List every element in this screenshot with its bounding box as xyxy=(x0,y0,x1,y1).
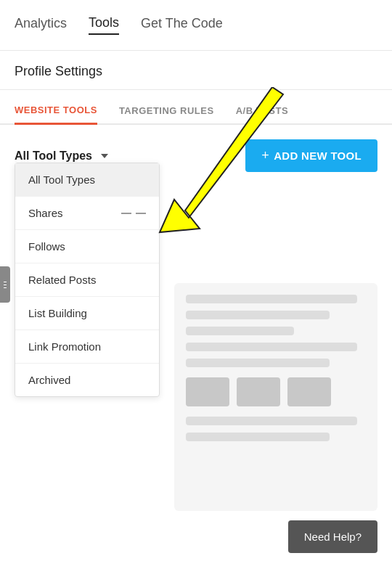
chevron-down-icon xyxy=(101,154,108,158)
tool-controls: All Tool Types + ADD NEW TOOL All Tool T… xyxy=(0,125,392,172)
dropdown-item-link-promotion[interactable]: Link Promotion xyxy=(15,330,159,364)
tool-type-dropdown: All Tool Types Shares Follows Related Po… xyxy=(15,163,160,397)
placeholder-line xyxy=(186,417,357,425)
profile-settings-row: Profile Settings xyxy=(0,51,392,90)
handle-line xyxy=(4,287,7,288)
handle-line xyxy=(4,284,7,285)
need-help-button[interactable]: Need Help? xyxy=(288,520,377,553)
tab-ab-tests[interactable]: A/B TESTS xyxy=(236,105,288,123)
sub-tabs: WEBSITE TOOLS TARGETING RULES A/B TESTS xyxy=(0,105,392,125)
dropdown-item-archived[interactable]: Archived xyxy=(15,364,159,396)
tool-type-label: All Tool Types xyxy=(15,150,92,163)
placeholder-line xyxy=(186,327,294,335)
side-handle[interactable] xyxy=(0,266,10,303)
dropdown-item-list-building[interactable]: List Building xyxy=(15,297,159,330)
nav-analytics[interactable]: Analytics xyxy=(15,16,67,34)
placeholder-line xyxy=(186,433,330,441)
nav-tools[interactable]: Tools xyxy=(89,15,119,35)
content-placeholder xyxy=(174,283,377,511)
placeholder-line xyxy=(186,343,357,351)
add-new-tool-button[interactable]: + ADD NEW TOOL xyxy=(245,139,377,172)
plus-icon: + xyxy=(261,148,269,163)
nav-get-the-code[interactable]: Get The Code xyxy=(141,16,223,34)
dash-icon xyxy=(136,213,146,214)
placeholder-box xyxy=(186,377,229,406)
side-handle-lines xyxy=(4,282,7,288)
dash-icon xyxy=(121,213,131,214)
add-new-tool-label: ADD NEW TOOL xyxy=(274,150,362,162)
tool-type-selector[interactable]: All Tool Types xyxy=(15,150,108,163)
tab-targeting-rules[interactable]: TARGETING RULES xyxy=(119,105,214,123)
tab-website-tools[interactable]: WEBSITE TOOLS xyxy=(15,105,97,125)
placeholder-line xyxy=(186,359,330,367)
dropdown-item-related-posts[interactable]: Related Posts xyxy=(15,263,159,297)
placeholder-line xyxy=(186,295,357,303)
handle-line xyxy=(4,282,7,282)
profile-settings-label: Profile Settings xyxy=(15,64,102,78)
dropdown-item-follows[interactable]: Follows xyxy=(15,230,159,263)
placeholder-line xyxy=(186,311,330,319)
placeholder-boxes xyxy=(186,377,366,406)
dropdown-item-all[interactable]: All Tool Types xyxy=(15,163,159,197)
placeholder-box xyxy=(237,377,280,406)
top-nav: Analytics Tools Get The Code xyxy=(0,0,392,51)
placeholder-box xyxy=(287,377,331,406)
dropdown-item-shares[interactable]: Shares xyxy=(15,197,159,230)
shares-dashes xyxy=(121,213,146,214)
